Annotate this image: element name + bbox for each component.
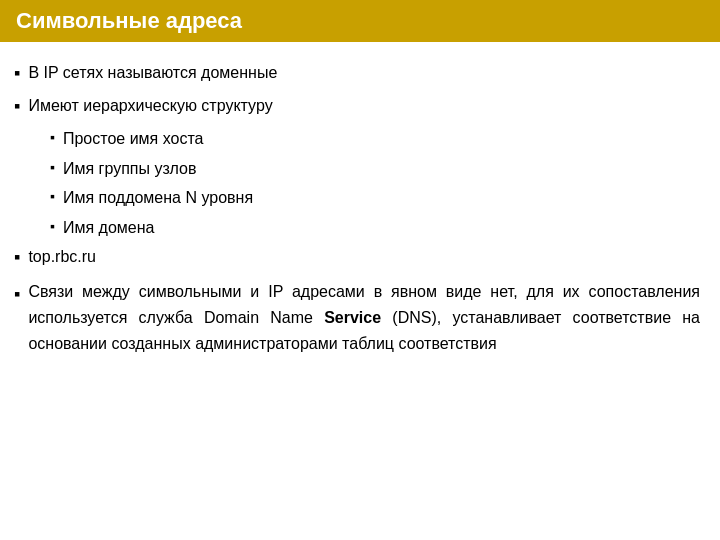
- sub-bullet-icon-2: ▪: [50, 156, 55, 178]
- slide-title: Символьные адреса: [16, 8, 242, 34]
- sub-bullet-icon-1: ▪: [50, 126, 55, 148]
- slide-content: ▪ В IP сетях называются доменные ▪ Имеют…: [0, 42, 720, 374]
- sub-bullet-1: ▪ Простое имя хоста: [50, 126, 700, 152]
- sub-bullet-text-2: Имя группы узлов: [63, 156, 700, 182]
- bullet-icon-4: ▪: [14, 281, 20, 308]
- bullet-text-1: В IP сетях называются доменные: [28, 60, 700, 86]
- bullet-item-2: ▪ Имеют иерархическую структуру: [14, 93, 700, 120]
- sub-bullet-icon-4: ▪: [50, 215, 55, 237]
- sub-bullet-4: ▪ Имя домена: [50, 215, 700, 241]
- bullet-text-4: Связи между символьными и IP адресами в …: [28, 279, 700, 356]
- slide: Символьные адреса ▪ В IP сетях называютс…: [0, 0, 720, 540]
- bullet-icon-3: ▪: [14, 244, 20, 271]
- title-bar: Символьные адреса: [0, 0, 720, 42]
- sub-bullet-text-4: Имя домена: [63, 215, 700, 241]
- dns-service-bold: Service: [324, 309, 381, 326]
- bullet-icon-2: ▪: [14, 93, 20, 120]
- sub-bullet-3: ▪ Имя поддомена N уровня: [50, 185, 700, 211]
- sub-bullet-icon-3: ▪: [50, 185, 55, 207]
- bullet-item-4: ▪ Связи между символьными и IP адресами …: [14, 279, 700, 356]
- bullet-text-2: Имеют иерархическую структуру: [28, 93, 700, 119]
- bullet-text-3: top.rbc.ru: [28, 244, 700, 270]
- bullet-item-3: ▪ top.rbc.ru: [14, 244, 700, 271]
- sub-bullet-2: ▪ Имя группы узлов: [50, 156, 700, 182]
- sub-bullet-text-3: Имя поддомена N уровня: [63, 185, 700, 211]
- bullet-item-1: ▪ В IP сетях называются доменные: [14, 60, 700, 87]
- bullet-icon-1: ▪: [14, 60, 20, 87]
- sub-bullet-text-1: Простое имя хоста: [63, 126, 700, 152]
